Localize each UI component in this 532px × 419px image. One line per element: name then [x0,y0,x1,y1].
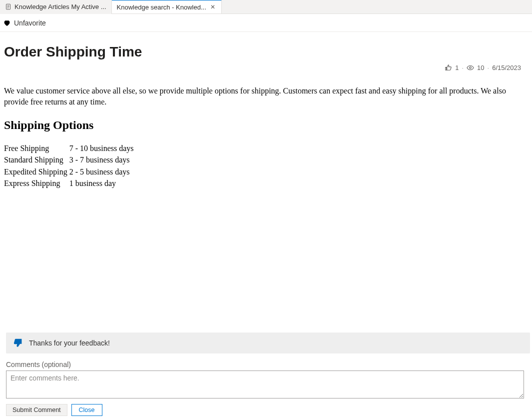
article-date: 6/15/2023 [492,64,521,72]
shipping-time: 1 business day [69,178,137,190]
table-row: Standard Shipping 3 - 7 business days [4,154,137,166]
thumbs-up-icon [445,64,452,72]
article-intro: We value customer service above all else… [4,86,528,107]
section-heading: Shipping Options [4,117,528,133]
unfavorite-button[interactable]: Unfavorite [14,19,46,27]
shipping-time: 2 - 5 business days [69,166,137,178]
article-meta: 1 · 10 · 6/15/2023 [4,64,528,72]
table-row: Free Shipping 7 - 10 business days [4,142,137,154]
article-body: We value customer service above all else… [4,86,528,190]
close-icon[interactable]: ✕ [209,4,216,10]
submit-comment-button[interactable]: Submit Comment [6,404,67,416]
document-icon [5,4,11,10]
shipping-name: Standard Shipping [4,154,69,166]
table-row: Express Shipping 1 business day [4,178,137,190]
feedback-banner: Thanks for your feedback! [6,332,530,354]
heart-icon[interactable] [3,19,11,27]
likes-count: 1 [455,64,459,72]
comments-label: Comments (optional) [6,360,532,368]
tab-knowledge-articles[interactable]: Knowledge Articles My Active ... [0,0,112,14]
tab-label: Knowledge search - Knowled... [117,4,206,11]
thumbs-down-icon [13,338,24,348]
page-title: Order Shipping Time [4,44,528,60]
footer-area: Thanks for your feedback! Comments (opti… [4,332,532,419]
shipping-name: Free Shipping [4,142,69,154]
shipping-name: Express Shipping [4,178,69,190]
svg-point-4 [470,67,472,69]
button-row: Submit Comment Close [6,404,532,416]
tab-label: Knowledge Articles My Active ... [14,3,106,10]
table-row: Expedited Shipping 2 - 5 business days [4,166,137,178]
shipping-options-table: Free Shipping 7 - 10 business days Stand… [4,142,137,190]
eye-icon [467,64,474,72]
close-button[interactable]: Close [71,404,102,416]
views-count: 10 [477,64,484,72]
shipping-time: 3 - 7 business days [69,154,137,166]
tab-bar: Knowledge Articles My Active ... Knowled… [0,0,532,14]
content-area: Order Shipping Time 1 · 10 · 6/15/2023 W… [0,32,532,190]
comments-input[interactable] [6,370,524,398]
shipping-time: 7 - 10 business days [69,142,137,154]
feedback-text: Thanks for your feedback! [29,339,110,347]
toolbar: Unfavorite [0,14,532,32]
shipping-name: Expedited Shipping [4,166,69,178]
tab-knowledge-search[interactable]: Knowledge search - Knowled... ✕ [112,0,222,14]
